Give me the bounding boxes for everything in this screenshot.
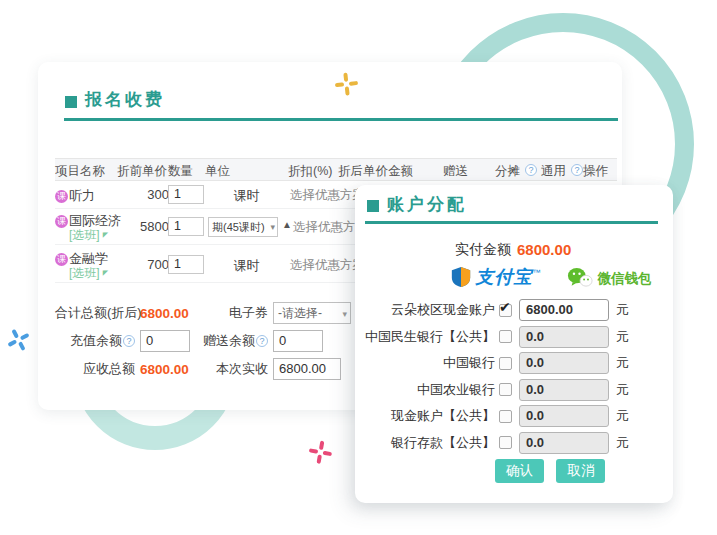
paid-amount: 6800.00 xyxy=(517,241,571,258)
account-label: 中国银行 xyxy=(355,354,495,372)
voucher-select[interactable]: -请选择-▾ xyxy=(273,302,351,324)
account-list: 云朵校区现金账户 ✔ 6800.00 元 中国民生银行【公共】 0.0 元 中国… xyxy=(355,297,673,456)
receivable-amount: 6800.00 xyxy=(140,362,202,377)
balance-row: 充值余额? 0 赠送余额? 0 xyxy=(55,330,385,352)
account-label: 中国农业银行 xyxy=(355,381,495,399)
currency-unit: 元 xyxy=(616,328,629,346)
account-row: 中国民生银行【公共】 0.0 元 xyxy=(355,324,673,350)
received-input[interactable]: 6800.00 xyxy=(273,358,341,380)
account-row: 中国银行 0.0 元 xyxy=(355,350,673,376)
account-label: 现金账户【公共】 xyxy=(355,407,495,425)
account-amount-input[interactable]: 6800.00 xyxy=(519,299,609,321)
payment-logos: 支付宝™ 微信钱包 xyxy=(355,265,673,293)
paid-label: 实付金额 xyxy=(455,241,511,259)
account-row: 云朵校区现金账户 ✔ 6800.00 元 xyxy=(355,297,673,323)
gift-balance-input[interactable]: 0 xyxy=(273,330,323,352)
sparkle-icon xyxy=(304,436,337,469)
account-checkbox[interactable]: ✔ xyxy=(499,304,512,317)
totals-section: 合计总额(折后) 6800.00 电子券 -请选择-▾ 充值余额? 0 赠送余额… xyxy=(55,302,385,386)
col-post-price: 折后单价 xyxy=(338,163,388,180)
course-badge-icon: 课 xyxy=(55,190,68,203)
account-label: 云朵校区现金账户 xyxy=(355,301,495,319)
wechat-wallet-button[interactable]: 微信钱包 xyxy=(567,267,651,288)
page: 报名收费 项目名称 折前单价 数量 单位 折扣(%) 折后单价 金额 赠送 分摊… xyxy=(0,0,717,535)
col-item-name: 项目名称 xyxy=(55,163,105,180)
unit-select[interactable]: 期(45课时)▾ xyxy=(208,217,278,237)
alipay-button[interactable]: 支付宝™ xyxy=(451,265,540,289)
account-amount-input[interactable]: 0.0 xyxy=(519,379,609,401)
panel-title: 账户分配 xyxy=(387,193,467,216)
account-amount-input[interactable]: 0.0 xyxy=(519,352,609,374)
recharge-label: 充值余额? xyxy=(55,332,135,350)
course-badge-icon: 课 xyxy=(55,215,68,228)
account-amount-input[interactable]: 0.0 xyxy=(519,326,609,348)
account-row: 银行存款【公共】 0.0 元 xyxy=(355,430,673,456)
unit-text: 课时 xyxy=(205,257,288,275)
col-amount: 金额 xyxy=(388,163,413,180)
col-common: 通用 xyxy=(541,163,566,180)
alipay-shield-icon xyxy=(451,266,471,288)
col-share: 分摊 xyxy=(495,163,520,180)
title-underline xyxy=(64,118,618,121)
col-gift: 赠送 xyxy=(443,163,468,180)
help-icon[interactable]: ? xyxy=(525,164,537,176)
quantity-input[interactable]: 1 xyxy=(168,217,204,236)
corner-arrow-icon: ◤ xyxy=(103,269,108,276)
choose-discount-link[interactable]: 选择优惠方案 xyxy=(290,257,365,274)
corner-arrow-icon: ◤ xyxy=(103,231,108,238)
account-allocation-panel: 账户分配 实付金额 6800.00 支付宝™ xyxy=(355,185,673,503)
account-checkbox[interactable] xyxy=(499,383,512,396)
account-label: 中国民生银行【公共】 xyxy=(355,328,495,346)
title-underline xyxy=(365,221,658,224)
panel-title: 报名收费 xyxy=(85,88,165,111)
received-label: 本次实收 xyxy=(202,360,268,378)
caret-down-icon: ▾ xyxy=(270,218,275,236)
voucher-label: 电子券 xyxy=(202,304,268,322)
section-bullet-icon xyxy=(367,200,379,212)
account-amount-input[interactable]: 0.0 xyxy=(519,405,609,427)
quantity-input[interactable]: 1 xyxy=(168,255,204,274)
unit-text: 课时 xyxy=(205,187,288,205)
account-row: 中国农业银行 0.0 元 xyxy=(355,377,673,403)
quantity-input[interactable]: 1 xyxy=(168,185,204,204)
wechat-icon xyxy=(567,267,593,288)
currency-unit: 元 xyxy=(616,407,629,425)
caret-down-icon: ▾ xyxy=(342,304,347,324)
col-unit: 单位 xyxy=(205,163,230,180)
receivable-label: 应收总额 xyxy=(55,360,135,378)
gift-label: 赠送余额? xyxy=(202,332,268,350)
choose-discount-link[interactable]: 选择优惠方案 xyxy=(290,187,365,204)
fee-table-header: 项目名称 折前单价 数量 单位 折扣(%) 折后单价 金额 赠送 分摊 ? 通用… xyxy=(55,158,617,181)
total-amount: 6800.00 xyxy=(140,306,202,321)
action-buttons: 确认 取消 xyxy=(355,459,673,483)
col-pre-price: 折前单价 xyxy=(117,163,167,180)
receivable-row: 应收总额 6800.00 本次实收 6800.00 xyxy=(55,358,385,380)
recharge-balance-input[interactable]: 0 xyxy=(140,330,190,352)
account-checkbox[interactable] xyxy=(499,410,512,423)
account-checkbox[interactable] xyxy=(499,436,512,449)
cancel-button[interactable]: 取消 xyxy=(556,459,605,483)
currency-unit: 元 xyxy=(616,301,629,319)
collapse-triangle-icon[interactable]: ▲ xyxy=(282,219,292,230)
help-icon[interactable]: ? xyxy=(123,335,135,347)
col-discount: 折扣(%) xyxy=(288,163,332,180)
choose-class-link[interactable]: [选班]◤ xyxy=(69,265,108,282)
col-qty: 数量 xyxy=(168,163,193,180)
check-icon: ✔ xyxy=(499,299,511,315)
account-label: 银行存款【公共】 xyxy=(355,434,495,452)
help-icon[interactable]: ? xyxy=(256,335,268,347)
account-amount-input[interactable]: 0.0 xyxy=(519,432,609,454)
item-name: 课听力 xyxy=(55,187,95,205)
section-bullet-icon xyxy=(65,96,77,108)
col-actions: 操作 xyxy=(583,163,608,180)
course-badge-icon: 课 xyxy=(55,253,68,266)
help-icon[interactable]: ? xyxy=(571,164,583,176)
choose-class-link[interactable]: [选班]◤ xyxy=(69,227,108,244)
currency-unit: 元 xyxy=(616,434,629,452)
account-checkbox[interactable] xyxy=(499,357,512,370)
total-label: 合计总额(折后) xyxy=(55,304,135,322)
account-checkbox[interactable] xyxy=(499,330,512,343)
sparkle-icon xyxy=(2,324,34,356)
confirm-button[interactable]: 确认 xyxy=(495,459,544,483)
currency-unit: 元 xyxy=(616,381,629,399)
